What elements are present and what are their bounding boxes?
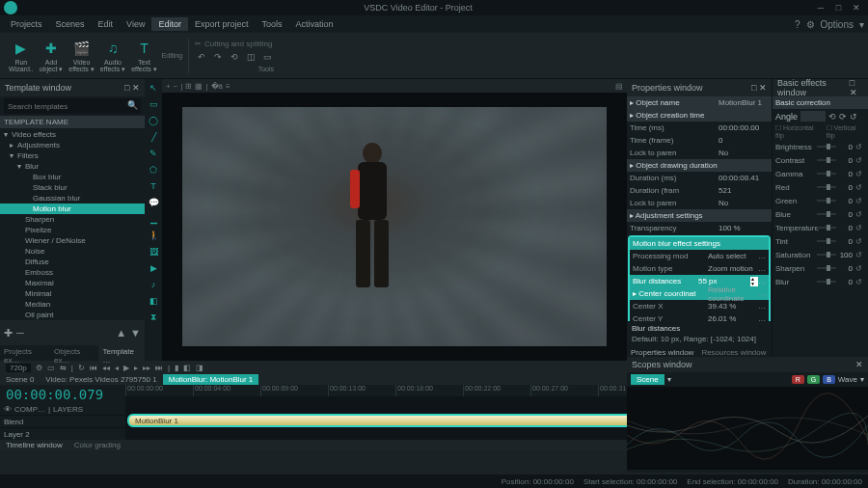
frame-back-icon[interactable]: ◂	[115, 364, 119, 372]
redo-icon[interactable]: ↷	[211, 50, 225, 64]
zoom-in-icon[interactable]: +	[166, 82, 171, 91]
autoscroll-icon[interactable]: ⇆	[60, 364, 67, 372]
motion-blur-prop[interactable]: Processing modAuto select…	[630, 250, 769, 262]
rotate-cw-icon[interactable]: ⟳	[839, 112, 847, 122]
slider-red[interactable]: Red0↺	[773, 180, 868, 194]
step-back-icon[interactable]: ◂◂	[102, 364, 110, 372]
rotate-ccw-icon[interactable]: ⟲	[828, 112, 836, 122]
prop-row[interactable]: Lock to parenNo	[627, 197, 772, 209]
options-link[interactable]: Options	[821, 19, 854, 30]
layers-label[interactable]: LAYERS	[53, 405, 83, 414]
panel-close-icon[interactable]: ✕	[132, 83, 140, 93]
cut-in-icon[interactable]: ◧	[183, 364, 191, 372]
tree-node-maximal[interactable]: Maximal	[0, 278, 145, 288]
tree-up-icon[interactable]: ▲	[116, 327, 126, 339]
tree-node-stack-blur[interactable]: Stack blur	[0, 182, 145, 193]
cut-out-icon[interactable]: ◨	[196, 364, 203, 372]
counter-icon[interactable]: ⧗	[147, 311, 160, 324]
tree-node-oil-paint[interactable]: Oil paint	[0, 310, 145, 320]
hflip-checkbox[interactable]: Horizontal flip	[775, 124, 813, 139]
slider-green[interactable]: Green0↺	[773, 194, 868, 207]
tree-node-adjustments[interactable]: ▸ Adjustments	[0, 140, 145, 150]
align-icon[interactable]: ▭	[260, 50, 274, 64]
motion-blur-prop[interactable]: Motion typeZoom motion…	[630, 262, 769, 275]
ribbon-video[interactable]: 🎬Videoeffects ▾	[66, 39, 96, 72]
ellipse-icon[interactable]: ◯	[147, 114, 160, 127]
timeline-bottom-tab-0[interactable]: Timeline window	[0, 440, 68, 450]
marker-icon[interactable]: ▮	[175, 364, 178, 372]
slider-saturation[interactable]: Saturation100↺	[773, 248, 868, 261]
menu-edit[interactable]: Edit	[92, 17, 121, 31]
vflip-checkbox[interactable]: Vertical flip	[827, 124, 856, 139]
template-search[interactable]: 🔍	[4, 98, 141, 114]
properties-close-icon[interactable]: ✕	[759, 83, 767, 93]
settings-gear-icon[interactable]: ⚙	[806, 19, 815, 30]
timeline-tab-1[interactable]: Video: Pexels Videos 2795750 1	[40, 374, 162, 385]
slider-temperature[interactable]: Temperature0↺	[773, 221, 868, 234]
slider-sharpen[interactable]: Sharpen0↺	[773, 261, 868, 275]
resolution-selector[interactable]: 720p	[6, 364, 31, 372]
tree-node-wiener-denoise[interactable]: Wiener / DeNoise	[0, 235, 145, 246]
pen-icon[interactable]: ✎	[147, 147, 160, 160]
sprite-icon[interactable]: ◧	[147, 294, 160, 308]
tree-node-blur[interactable]: ▾ Blur	[0, 161, 145, 172]
text-icon[interactable]: T	[147, 179, 160, 193]
menu-projects[interactable]: Projects	[4, 17, 49, 31]
timeline-tab-2[interactable]: MotionBlur: MotionBlur 1	[163, 374, 259, 385]
tree-node-minimal[interactable]: Minimal	[0, 288, 145, 299]
menu-view[interactable]: View	[120, 17, 151, 31]
preview-canvas[interactable]	[162, 93, 627, 361]
menubar-chevron-icon[interactable]: ▾	[859, 19, 864, 30]
tree-node-emboss[interactable]: Emboss	[0, 267, 145, 278]
step-fwd-icon[interactable]: ▸▸	[143, 364, 150, 372]
slider-contrast[interactable]: Contrast0↺	[773, 153, 868, 167]
slider-gamma[interactable]: Gamma0↺	[773, 167, 868, 180]
snap-icon[interactable]: ⊞	[185, 82, 192, 91]
video-icon[interactable]: ▶	[147, 261, 160, 275]
goto-end-icon[interactable]: ⏭	[155, 364, 163, 372]
scopes-mode[interactable]: Scene	[631, 374, 665, 385]
shape-icon[interactable]: ⬠	[147, 163, 160, 176]
scissors-icon[interactable]: ✂	[195, 40, 202, 48]
rect-icon[interactable]: ▭	[147, 97, 160, 111]
slider-tint[interactable]: Tint0↺	[773, 234, 868, 248]
menu-tools[interactable]: Tools	[255, 17, 288, 31]
tree-node-box-blur[interactable]: Box blur	[0, 172, 145, 182]
line-icon[interactable]: ╱	[147, 130, 160, 144]
chart-icon[interactable]: ▁	[147, 212, 160, 226]
tree-node-gaussian-blur[interactable]: Gaussian blur	[0, 193, 145, 203]
layers-icon[interactable]: ▤	[615, 82, 623, 91]
scope-r-chip[interactable]: R	[792, 375, 804, 384]
scope-wave-dropdown-icon[interactable]: ▾	[860, 375, 864, 384]
tree-node-diffuse[interactable]: Diffuse	[0, 257, 145, 267]
scopes-dropdown-icon[interactable]: ▾	[667, 375, 671, 384]
prop-row[interactable]: Duration (fram521	[627, 184, 772, 197]
ribbon-audio[interactable]: ♫Audioeffects ▾	[97, 39, 128, 72]
prop-row[interactable]: Lock to parenNo	[627, 147, 772, 159]
motion-blur-prop[interactable]: Center Y26.01 %…	[630, 312, 769, 321]
angle-reset-icon[interactable]: ↺	[850, 112, 857, 122]
zoom-out-icon[interactable]: −	[174, 82, 178, 91]
ribbon-add[interactable]: ✚Addobject ▾	[37, 39, 67, 72]
menu-activation[interactable]: Activation	[288, 17, 339, 31]
scope-g-chip[interactable]: G	[807, 375, 820, 384]
menu-scenes[interactable]: Scenes	[49, 17, 92, 31]
menu-export-project[interactable]: Export project	[188, 17, 256, 31]
undo-icon[interactable]: ↶	[195, 50, 208, 64]
template-tree[interactable]: ▾ Video effects▸ Adjustments▾ Filters▾ B…	[0, 128, 145, 320]
snap2-icon[interactable]: ▭	[47, 364, 55, 372]
track-layer-2[interactable]: Layer 2	[0, 427, 125, 440]
tree-node-median[interactable]: Median	[0, 299, 145, 310]
timeline-bottom-tab-1[interactable]: Color grading	[68, 440, 126, 450]
tooltip-icon[interactable]: 💬	[147, 196, 160, 209]
align-center-icon[interactable]: ≡	[226, 82, 231, 91]
track-blend[interactable]: Blend	[0, 415, 125, 427]
grid-icon[interactable]: ▦	[195, 82, 203, 91]
tree-node-video-effects[interactable]: ▾ Video effects	[0, 129, 145, 140]
align-left-icon[interactable]: �ā	[211, 82, 223, 91]
tree-node-pixelize[interactable]: Pixelize	[0, 225, 145, 235]
frame-fwd-icon[interactable]: ▸	[134, 364, 138, 372]
left-tab-1[interactable]: Objects ex…	[50, 345, 98, 361]
comp-label[interactable]: COMP…	[14, 405, 45, 414]
slider-blue[interactable]: Blue0↺	[773, 207, 868, 221]
